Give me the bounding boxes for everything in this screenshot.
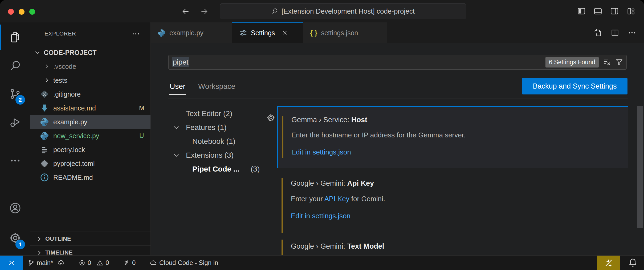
tab-settings-json[interactable]: { } settings.json xyxy=(303,22,387,43)
error-icon xyxy=(79,259,85,266)
account-button[interactable] xyxy=(0,194,30,222)
minimize-window-button[interactable] xyxy=(19,9,25,15)
file-row-assistance-md[interactable]: assistance.md M xyxy=(30,101,150,115)
timeline-section-header[interactable]: TIMELINE xyxy=(30,245,150,256)
layout-controls xyxy=(577,7,635,16)
file-row-vscode[interactable]: .vscode xyxy=(30,59,150,73)
maximize-window-button[interactable] xyxy=(29,9,35,15)
window-title: [Extension Development Host] code-projec… xyxy=(282,7,415,15)
api-key-link[interactable]: API Key xyxy=(324,195,349,203)
backup-sync-settings-button[interactable]: Backup and Sync Settings xyxy=(522,78,627,94)
notifications-bell-icon[interactable] xyxy=(627,257,638,268)
toc-splitter[interactable] xyxy=(264,104,264,256)
tab-label: example.py xyxy=(169,29,203,37)
sidebar-item-run-debug[interactable] xyxy=(0,108,30,136)
sidebar-item-search[interactable] xyxy=(0,52,30,80)
setting-actions-gear-icon[interactable] xyxy=(266,113,275,122)
file-row-poetry-lock[interactable]: poetry.lock xyxy=(30,143,150,157)
close-window-button[interactable] xyxy=(8,9,14,15)
open-settings-json-icon[interactable] xyxy=(593,28,602,37)
setting-row-gemma-service-host[interactable]: Gemma › Service: Host Enter the hostname… xyxy=(277,106,628,168)
setting-row-google-gemini-text-model[interactable]: Google › Gemini: Text Model xyxy=(277,237,628,256)
sidebar-item-more[interactable] xyxy=(0,147,30,174)
scm-badge: 2 xyxy=(15,95,25,105)
chevron-down-icon[interactable] xyxy=(173,124,180,131)
ports-count: 0 xyxy=(132,259,136,267)
outline-section-header[interactable]: OUTLINE xyxy=(30,232,150,246)
sidebar-item-source-control[interactable]: 2 xyxy=(0,80,30,108)
close-tab-icon[interactable] xyxy=(281,29,288,36)
toc-item-features[interactable]: Features (1) xyxy=(186,121,227,134)
tab-label: settings.json xyxy=(321,29,358,37)
toggle-secondary-sidebar-icon[interactable] xyxy=(610,7,619,16)
git-modified-badge: M xyxy=(138,104,146,112)
tab-settings[interactable]: Settings xyxy=(232,22,303,43)
filter-icon[interactable] xyxy=(615,58,623,66)
file-row-gitignore[interactable]: .gitignore xyxy=(30,87,150,101)
cloud-code-status-item[interactable]: Cloud Code - Sign in xyxy=(150,256,218,270)
toc-item-pipet-code[interactable]: Pipet Code ... xyxy=(192,162,239,176)
clear-settings-search-icon[interactable] xyxy=(603,58,611,66)
settings-sliders-icon xyxy=(239,29,247,37)
toc-item-notebook[interactable]: Notebook (1) xyxy=(192,134,235,148)
split-editor-icon[interactable] xyxy=(610,28,619,37)
customize-layout-icon[interactable] xyxy=(626,7,635,16)
modified-indicator xyxy=(282,240,283,256)
edit-in-settings-json-link[interactable]: Edit in settings.json xyxy=(291,212,350,220)
setting-row-google-gemini-api-key[interactable]: Google › Gemini: Api Key Enter your API … xyxy=(277,174,628,236)
file-row-pyproject-toml[interactable]: pyproject.toml xyxy=(30,157,150,170)
explorer-sidebar: EXPLORER CODE-PROJECT .vscode tests xyxy=(30,22,151,256)
python-file-icon xyxy=(40,117,49,126)
chevron-right-icon xyxy=(43,63,51,70)
json-braces-icon: { } xyxy=(310,29,317,37)
sidebar-item-explorer[interactable] xyxy=(0,23,30,51)
search-query: pipet xyxy=(172,57,189,67)
search-icon xyxy=(9,59,21,72)
files-icon xyxy=(9,31,21,43)
file-row-new-service-py[interactable]: new_service.py U xyxy=(30,129,150,143)
window-controls xyxy=(8,9,35,15)
search-icon xyxy=(271,8,278,15)
title-bar: [Extension Development Host] code-projec… xyxy=(0,0,644,22)
views-and-more-actions-icon[interactable] xyxy=(131,30,140,37)
manage-button[interactable]: 1 xyxy=(0,224,30,252)
tab-example-py[interactable]: example.py xyxy=(151,22,232,43)
forward-icon[interactable] xyxy=(200,7,209,16)
remote-indicator[interactable] xyxy=(0,256,23,270)
settings-editor: pipet 6 Settings Found User Workspace Ba… xyxy=(151,43,644,256)
command-center[interactable]: [Extension Development Host] code-projec… xyxy=(220,3,466,19)
branch-status-item[interactable]: main* xyxy=(28,256,65,270)
info-file-icon xyxy=(40,173,49,182)
markdown-file-icon xyxy=(40,104,49,113)
results-count-badge: 6 Settings Found xyxy=(545,57,599,68)
back-icon[interactable] xyxy=(181,7,190,16)
editor-area: example.py Settings { } settings.json xyxy=(151,22,644,256)
scrollbar[interactable] xyxy=(637,106,643,228)
scope-tab-user[interactable]: User xyxy=(170,82,185,91)
problems-status-item[interactable]: 0 0 xyxy=(79,256,109,270)
modified-indicator xyxy=(282,116,283,158)
tree-root-code-project[interactable]: CODE-PROJECT xyxy=(30,46,150,59)
broadcast-icon xyxy=(123,259,130,267)
inline-suggestions-disabled-item[interactable] xyxy=(597,256,620,270)
file-row-tests[interactable]: tests xyxy=(30,73,150,87)
more-actions-icon[interactable] xyxy=(627,28,637,37)
error-count: 0 xyxy=(88,259,91,267)
toggle-panel-icon[interactable] xyxy=(593,7,602,16)
edit-in-settings-json-link[interactable]: Edit in settings.json xyxy=(291,148,351,156)
file-row-readme-md[interactable]: README.md xyxy=(30,170,150,184)
toc-item-text-editor[interactable]: Text Editor (2) xyxy=(186,107,232,121)
chevron-down-icon[interactable] xyxy=(173,152,180,159)
toc-item-extensions[interactable]: Extensions (3) xyxy=(186,148,234,162)
file-row-example-py[interactable]: example.py xyxy=(30,115,150,129)
settings-search-input[interactable]: pipet 6 Settings Found xyxy=(168,55,627,70)
toggle-primary-sidebar-icon[interactable] xyxy=(577,7,586,16)
tab-bar: example.py Settings { } settings.json xyxy=(151,22,644,43)
warning-count: 0 xyxy=(105,259,109,267)
setting-name: Api Key xyxy=(347,179,374,187)
sync-changes-icon xyxy=(57,259,65,267)
branch-name: main* xyxy=(37,259,53,267)
scope-tab-workspace[interactable]: Workspace xyxy=(198,82,235,91)
ports-status-item[interactable]: 0 xyxy=(123,256,136,270)
tab-label: Settings xyxy=(251,29,275,37)
